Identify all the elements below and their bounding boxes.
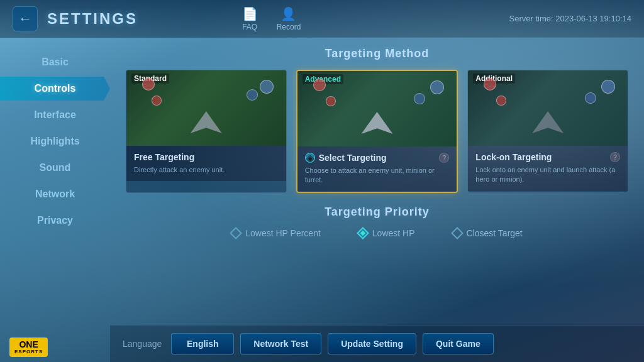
faq-button[interactable]: 📄 FAQ — [242, 6, 258, 31]
card-image-additional: Additional — [468, 70, 628, 146]
priority-diamond-3 — [451, 227, 464, 239]
targeting-card-additional[interactable]: Additional Lock-on Targeting ? Lock ont — [467, 70, 628, 193]
back-arrow-icon: ← — [18, 11, 32, 27]
enemy-dot-3 — [313, 79, 326, 91]
logo-esports: ESPORTS — [14, 349, 43, 354]
priority-lowest-hp-percent[interactable]: Lowest HP Percent — [231, 228, 321, 238]
sidebar-item-controls[interactable]: Controls — [0, 77, 110, 101]
hero-dot-5 — [601, 80, 615, 94]
logo-area: ONE ESPORTS — [9, 337, 48, 357]
english-button[interactable]: English — [171, 333, 234, 354]
targeting-cards: Standard Free Targeting Directly attack … — [126, 70, 628, 193]
priority-closest-target[interactable]: Closest Target — [453, 228, 523, 238]
priority-section: Targeting Priority Lowest HP Percent Low… — [126, 206, 628, 238]
weapon-icon — [191, 111, 222, 133]
faq-label: FAQ — [242, 23, 257, 31]
priority-label-3: Closest Target — [467, 228, 523, 238]
hero-dot-4 — [414, 93, 425, 104]
card-body-advanced: ◈ Select Targeting ? Choose to attack an… — [297, 146, 457, 192]
sidebar: Basic Controls Interface Highlights Soun… — [0, 38, 110, 362]
game-elements-advanced — [297, 71, 457, 146]
card-body-additional: Lock-on Targeting ? Lock onto an enemy u… — [468, 146, 628, 191]
card-body-header-additional: Lock-on Targeting ? — [475, 152, 620, 162]
priority-label-1: Lowest HP Percent — [245, 228, 321, 238]
record-button[interactable]: 👤 Record — [277, 6, 301, 31]
targeting-method-title: Targeting Method — [126, 47, 628, 60]
back-button[interactable]: ← — [13, 6, 38, 31]
header: ← SETTINGS 📄 FAQ 👤 Record Server time: 2… — [0, 0, 644, 38]
card-body-standard: Free Targeting Directly attack an enemy … — [126, 146, 286, 181]
priority-diamond-2 — [357, 227, 369, 239]
card-name-additional: Lock-on Targeting — [475, 152, 552, 162]
enemy-dot-4 — [326, 96, 336, 106]
header-center: 📄 FAQ 👤 Record — [242, 6, 301, 31]
targeting-card-advanced[interactable]: Advanced ◈ Select Targeting ? — [296, 70, 458, 193]
quit-game-button[interactable]: Quit Game — [423, 333, 494, 354]
game-elements-standard — [126, 70, 286, 146]
record-icon: 👤 — [280, 6, 296, 21]
card-desc-additional: Lock onto an enemy unit and launch attac… — [475, 165, 620, 185]
priority-title: Targeting Priority — [126, 206, 628, 219]
faq-icon: 📄 — [242, 6, 258, 21]
card-desc-advanced: Choose to attack an enemy unit, minion o… — [305, 166, 450, 185]
enemy-dot-6 — [496, 96, 506, 106]
network-test-button[interactable]: Network Test — [240, 333, 321, 354]
sidebar-item-sound[interactable]: Sound — [0, 156, 110, 180]
priority-options: Lowest HP Percent Lowest HP Closest Targ… — [126, 228, 628, 238]
enemy-dot-2 — [152, 96, 162, 106]
targeting-card-standard[interactable]: Standard Free Targeting Directly attack … — [126, 70, 287, 193]
hero-dot-1 — [260, 80, 274, 94]
sidebar-item-privacy[interactable]: Privacy — [0, 209, 110, 233]
card-image-advanced: Advanced — [297, 71, 457, 146]
sidebar-item-highlights[interactable]: Highlights — [0, 129, 110, 153]
sidebar-item-basic[interactable]: Basic — [0, 50, 110, 74]
hero-dot-3 — [430, 80, 444, 94]
sidebar-item-interface[interactable]: Interface — [0, 103, 110, 127]
sidebar-item-network[interactable]: Network — [0, 182, 110, 206]
card-body-header-advanced: ◈ Select Targeting ? — [305, 153, 450, 163]
server-time: Server time: 2023-06-13 19:10:14 — [509, 14, 631, 23]
hero-dot-2 — [247, 89, 258, 101]
weapon-icon-additional — [532, 111, 564, 133]
hero-dot-6 — [585, 92, 596, 104]
main-content: Basic Controls Interface Highlights Soun… — [0, 38, 644, 362]
help-badge-additional[interactable]: ? — [610, 152, 620, 162]
game-elements-additional — [468, 70, 628, 146]
card-name-advanced: Select Targeting — [319, 153, 387, 163]
enemy-dot-1 — [142, 78, 155, 90]
logo-one: ONE — [19, 340, 38, 349]
page-title: SETTINGS — [47, 10, 138, 28]
priority-diamond-1 — [230, 227, 242, 239]
card-desc-standard: Directly attack an enemy unit. — [134, 165, 279, 175]
weapon-icon-advanced — [362, 112, 393, 134]
card-body-header-standard: Free Targeting — [134, 152, 279, 162]
card-image-standard: Standard — [126, 70, 286, 146]
priority-lowest-hp[interactable]: Lowest HP — [358, 228, 415, 238]
content-area: Targeting Method Standard Free Ta — [110, 38, 644, 362]
update-setting-button[interactable]: Update Setting — [328, 333, 416, 354]
bottom-bar: Language English Network Test Update Set… — [110, 325, 644, 362]
priority-label-2: Lowest HP — [372, 228, 415, 238]
help-badge-advanced[interactable]: ? — [439, 153, 449, 163]
language-label: Language — [123, 339, 162, 349]
enemy-dot-5 — [484, 78, 496, 90]
select-targeting-icon: ◈ — [305, 153, 315, 163]
card-name-standard: Free Targeting — [134, 152, 194, 162]
record-label: Record — [277, 23, 301, 31]
